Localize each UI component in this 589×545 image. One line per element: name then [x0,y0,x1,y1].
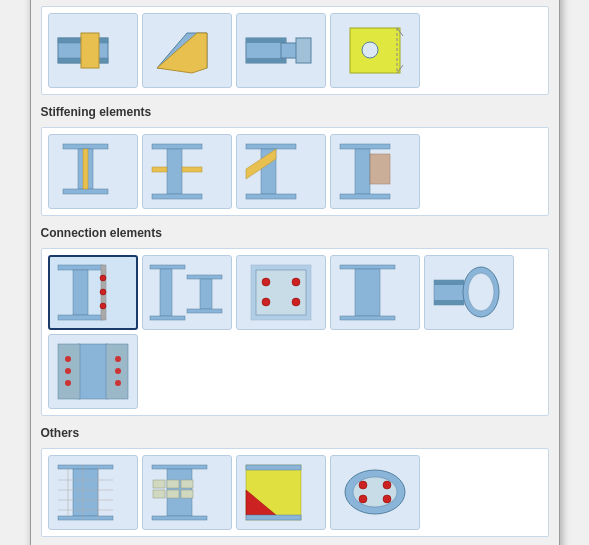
svg-rect-55 [355,269,380,316]
svg-rect-37 [58,315,103,320]
connection-section: ➤ Connection elements [41,226,549,416]
svg-rect-73 [58,516,113,520]
svg-point-14 [362,42,378,58]
svg-rect-83 [152,516,207,520]
svg-point-61 [468,273,494,311]
svg-rect-26 [182,167,202,172]
svg-point-98 [359,495,367,503]
svg-rect-10 [246,58,286,63]
conn1-card[interactable] [48,255,138,330]
stiff4-card[interactable] [330,134,420,209]
connection-title: Connection elements [41,226,549,242]
stiff3-card[interactable] [236,134,326,209]
stiff1-card[interactable] [48,134,138,209]
dialog-content: Modifications [31,0,559,545]
svg-rect-87 [153,490,165,498]
svg-rect-9 [246,38,286,43]
svg-rect-31 [340,144,390,149]
svg-point-69 [115,368,121,374]
svg-rect-36 [73,270,88,315]
svg-rect-93 [246,515,301,520]
svg-rect-71 [58,465,113,469]
svg-rect-25 [152,167,167,172]
svg-rect-35 [58,265,103,270]
conn6-card[interactable] [48,334,138,409]
svg-rect-84 [153,480,165,488]
svg-rect-27 [246,144,296,149]
svg-rect-24 [152,194,202,199]
svg-point-70 [115,380,121,386]
svg-rect-18 [63,144,108,149]
other2-card[interactable] [142,455,232,530]
modifications-section: Modifications [41,0,549,95]
svg-rect-43 [160,269,172,316]
svg-point-40 [100,289,106,295]
svg-rect-58 [434,280,464,285]
svg-rect-33 [340,194,390,199]
select-component-dialog: Select Component ─ □ ✕ Modifications [30,0,560,545]
svg-rect-81 [152,465,207,469]
svg-point-99 [383,495,391,503]
svg-rect-92 [246,465,301,470]
svg-rect-22 [152,144,202,149]
svg-rect-21 [83,149,88,189]
connection-items [41,248,549,416]
svg-rect-49 [256,270,306,315]
svg-rect-56 [340,316,395,320]
svg-rect-59 [434,300,464,305]
conn3-card[interactable] [236,255,326,330]
svg-point-67 [65,380,71,386]
svg-point-41 [100,303,106,309]
svg-rect-86 [181,480,193,488]
svg-rect-34 [370,154,390,184]
mod1-card[interactable] [48,13,138,88]
svg-rect-5 [81,33,99,68]
svg-rect-62 [78,344,108,399]
other1-card[interactable] [48,455,138,530]
svg-point-53 [292,298,300,306]
svg-rect-45 [187,275,222,279]
conn2-card[interactable] [142,255,232,330]
svg-rect-54 [340,265,395,269]
svg-point-52 [292,278,300,286]
mod4-card[interactable] [330,13,420,88]
svg-point-39 [100,275,106,281]
others-section: Others [41,426,549,537]
svg-rect-44 [150,316,185,320]
svg-rect-29 [246,194,296,199]
svg-rect-12 [296,38,311,63]
stiffening-items [41,127,549,216]
svg-rect-47 [187,309,222,313]
svg-point-50 [262,278,270,286]
svg-point-51 [262,298,270,306]
other4-card[interactable] [330,455,420,530]
svg-rect-88 [167,490,179,498]
svg-rect-72 [73,469,98,516]
mod2-card[interactable] [142,13,232,88]
svg-rect-42 [150,265,185,269]
svg-point-96 [359,481,367,489]
svg-rect-20 [63,189,108,194]
svg-rect-32 [355,149,370,194]
svg-point-66 [65,368,71,374]
conn4-card[interactable] [330,255,420,330]
svg-rect-85 [167,480,179,488]
svg-rect-89 [181,490,193,498]
mod3-card[interactable] [236,13,326,88]
stiffening-title: Stiffening elements [41,105,549,121]
modifications-items [41,6,549,95]
stiffening-section: Stiffening elements [41,105,549,216]
svg-rect-46 [200,279,212,309]
svg-point-95 [353,477,397,507]
svg-point-97 [383,481,391,489]
others-items [41,448,549,537]
conn5-card[interactable] [424,255,514,330]
other3-card[interactable] [236,455,326,530]
svg-point-65 [65,356,71,362]
stiff2-card[interactable] [142,134,232,209]
others-title: Others [41,426,549,442]
svg-point-68 [115,356,121,362]
svg-rect-23 [167,149,182,194]
